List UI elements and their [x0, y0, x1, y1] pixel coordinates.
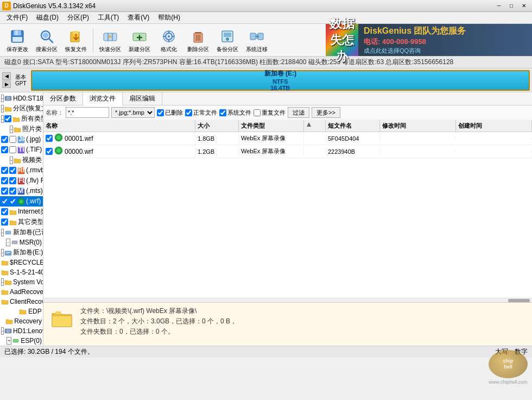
checkbox-flv-1[interactable] — [1, 177, 8, 184]
nav-next-button[interactable]: ▶ — [2, 80, 11, 88]
tree-item-aad[interactable]: AadRecoveryPasswordDelete — [0, 287, 43, 297]
save-changes-button[interactable]: 保存更改 — [3, 26, 31, 54]
tree-item-other[interactable]: 其它类型 — [0, 217, 43, 227]
checkbox-tif-1[interactable] — [1, 146, 8, 153]
checkbox-wrf-1[interactable] — [1, 198, 8, 205]
th-short[interactable]: 短文件名 — [326, 120, 380, 132]
svg-rect-51 — [6, 252, 10, 253]
expand-all-types[interactable]: - — [1, 115, 4, 123]
tree-item-video[interactable]: - 视频类 — [0, 155, 43, 165]
expand-part-recover[interactable]: - — [1, 105, 4, 112]
checkbox-wrf-2[interactable] — [9, 198, 16, 205]
ad-banner[interactable]: 数据 失怎 办 DiskGenius 团队为您服务 电话: 400-008-99… — [326, 24, 532, 56]
titlebar-left: D DiskGenius V5.4.3.1342 x64 — [2, 2, 96, 10]
expand-esp[interactable]: + — [7, 337, 11, 345]
tree-item-newvol-known[interactable]: - 新加卷(已识别)(1) — [0, 227, 43, 238]
menu-tools[interactable]: 工具(T) — [93, 12, 123, 23]
expand-hd0[interactable]: - — [1, 95, 4, 102]
tree-item-client[interactable]: ClientRecoveryPasswordRotation — [0, 297, 43, 307]
tree-item-flv[interactable]: FLV (.flv) FLV 视频文件 — [0, 176, 43, 186]
tree-item-s1[interactable]: S-1-5-21-4087261605-3750909479-943511... — [0, 267, 43, 277]
th-name[interactable]: 名称 — [43, 120, 195, 132]
expand-msr0[interactable]: - — [6, 239, 10, 246]
tree-item-photo[interactable]: - 照片类 — [0, 124, 43, 134]
quick-partition-button[interactable]: 快速分区 — [96, 26, 124, 54]
tree-item-wrf[interactable]: (.wrf) WebEx 屏幕录像 — [0, 196, 43, 207]
tree-item-recovery[interactable]: Recovery — [0, 316, 43, 326]
tree-item-tif[interactable]: TIF (.TIF) TIFF 图片 — [0, 145, 43, 155]
minimize-button[interactable]: ─ — [493, 1, 505, 11]
tab-browse-files[interactable]: 浏览文件 — [83, 92, 123, 105]
expand-hd1[interactable]: - — [1, 327, 4, 335]
migrate-system-label: 系统迁移 — [246, 46, 268, 52]
th-created[interactable]: 创建时间 — [456, 120, 532, 132]
filter-duplicate-check[interactable]: 重复文件 — [254, 109, 286, 117]
filter-system-check[interactable]: 系统文件 — [219, 109, 251, 117]
tree-item-all-types[interactable]: - 所有类型(0) — [0, 114, 43, 124]
menu-disk[interactable]: 磁盘(D) — [32, 12, 63, 23]
checkbox-rmvb-2[interactable] — [9, 167, 16, 174]
checkbox-jpg-2[interactable] — [9, 136, 16, 143]
tree-item-esp[interactable]: + ESP(0) — [0, 336, 43, 346]
menu-file[interactable]: 文件(F) — [2, 12, 32, 23]
tree-item-hd0[interactable]: - HD0:ST18000NM013J(16TB) — [0, 93, 43, 103]
expand-video[interactable]: - — [10, 157, 13, 164]
th-type[interactable]: 文件类型 — [239, 120, 304, 132]
checkbox-other[interactable] — [1, 218, 8, 226]
tree-item-edp[interactable]: EDP — [0, 307, 43, 316]
more-button[interactable]: 更多>> — [312, 107, 340, 118]
tree-item-part-recover[interactable]: - 分区(恢复文件) — [0, 103, 43, 114]
filter-ext-select[interactable]: *.jpg;*.bmp — [111, 107, 155, 118]
checkbox-jpg-1[interactable] — [1, 136, 8, 143]
filter-normal-check[interactable]: 正常文件 — [185, 109, 217, 117]
nav-prev-button[interactable]: ◀ — [2, 72, 11, 80]
tree-item-recycle[interactable]: $RECYCLE.BIN — [0, 258, 43, 267]
row-checkbox-2[interactable] — [46, 148, 53, 155]
tree-panel: - HD0:ST18000NM013J(16TB) - 分区(恢复文件) - 所… — [0, 92, 43, 346]
expand-neue[interactable]: - — [1, 249, 4, 257]
th-attr[interactable] — [304, 120, 326, 132]
tree-item-internet[interactable]: Internet类 — [0, 207, 43, 217]
checkbox-tif-2[interactable] — [9, 146, 16, 153]
filter-button[interactable]: 过滤 — [288, 107, 309, 118]
scroll-thumb[interactable] — [508, 299, 530, 302]
checkbox-flv-2[interactable] — [9, 177, 16, 184]
tab-sector-edit[interactable]: 扇区编辑 — [123, 92, 162, 105]
row-checkbox-1[interactable] — [46, 135, 53, 142]
expand-svi[interactable]: - — [1, 278, 4, 286]
menu-partition[interactable]: 分区(P) — [63, 12, 93, 23]
tree-item-svi[interactable]: - System Volume Information — [0, 277, 43, 287]
checkbox-all-types[interactable] — [4, 115, 11, 122]
format-button[interactable]: 格式化 — [155, 26, 183, 54]
expand-photo[interactable]: - — [10, 126, 13, 133]
menu-view[interactable]: 查看(V) — [123, 12, 154, 23]
tree-item-jpg[interactable]: JPG (.jpg) Jpeg 图像 — [0, 134, 43, 145]
search-partition-icon — [38, 28, 55, 45]
delete-partition-button[interactable]: 删除分区 — [184, 26, 212, 54]
filter-name-input[interactable] — [66, 107, 109, 118]
tree-item-msr0[interactable]: - MSR(0) — [0, 238, 43, 247]
checkbox-rmvb-1[interactable] — [1, 167, 8, 174]
checkbox-mts-1[interactable] — [1, 188, 8, 195]
tree-item-rmvb[interactable]: RM (.rmvb) Real Media 视频文件 — [0, 165, 43, 176]
tree-item-hd1[interactable]: - HD1:LenovoSL700PCI-EM.2128G(119GB) — [0, 326, 43, 336]
th-modified[interactable]: 修改时间 — [380, 120, 456, 132]
maximize-button[interactable]: □ — [505, 1, 517, 11]
recover-files-button[interactable]: 恢复文件 — [62, 26, 90, 54]
folder-large-icon — [49, 306, 75, 332]
checkbox-internet[interactable] — [1, 208, 8, 215]
search-partition-button[interactable]: 搜索分区 — [33, 26, 61, 54]
tree-item-mts[interactable]: MTS (.mts) MTS 视频文件 — [0, 186, 43, 196]
backup-partition-button[interactable]: 备份分区 — [213, 26, 242, 54]
expand-newvol-known[interactable]: - — [1, 229, 4, 236]
partition-block[interactable]: 新加卷 (E:) NTFS 16.4TB — [31, 70, 530, 91]
th-size[interactable]: 大小 — [195, 120, 239, 132]
tree-item-neue[interactable]: - 新加卷(E:) — [0, 247, 43, 258]
menu-help[interactable]: 帮助(H) — [154, 12, 185, 23]
close-button[interactable]: ✕ — [518, 1, 530, 11]
checkbox-mts-2[interactable] — [9, 188, 16, 195]
filter-deleted-check[interactable]: 已删除 — [157, 109, 183, 117]
new-partition-button[interactable]: 新建分区 — [125, 26, 154, 54]
tab-partition-params[interactable]: 分区参数 — [43, 92, 83, 105]
migrate-system-button[interactable]: 系统迁移 — [243, 26, 271, 54]
